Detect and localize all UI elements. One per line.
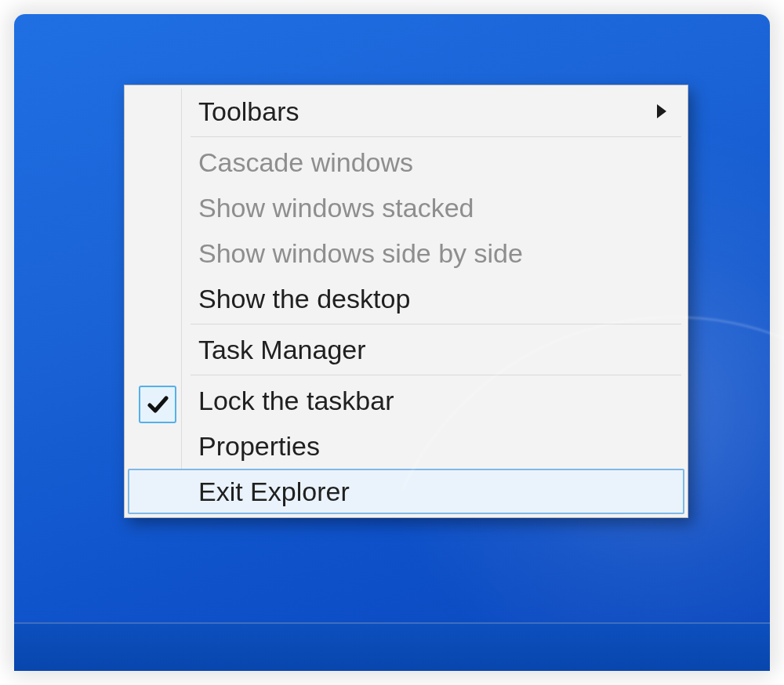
- menu-item-task-manager[interactable]: Task Manager: [128, 327, 684, 372]
- menu-item-show-windows-side-by-side[interactable]: Show windows side by side: [128, 230, 684, 276]
- menu-item-properties[interactable]: Properties: [128, 423, 684, 469]
- menu-item-label: Exit Explorer: [198, 477, 350, 507]
- menu-item-label: Show windows side by side: [198, 238, 523, 269]
- menu-item-toolbars[interactable]: Toolbars: [128, 89, 684, 134]
- desktop-background: Toolbars Cascade windows Show windows st…: [14, 14, 770, 671]
- menu-separator: [191, 375, 681, 375]
- taskbar[interactable]: [14, 622, 770, 671]
- menu-item-label: Toolbars: [198, 96, 299, 127]
- menu-item-label: Task Manager: [198, 335, 366, 365]
- menu-item-label: Cascade windows: [198, 147, 413, 178]
- menu-separator: [191, 324, 681, 324]
- menu-item-label: Show windows stacked: [198, 193, 474, 223]
- menu-item-exit-explorer[interactable]: Exit Explorer: [128, 469, 684, 514]
- menu-item-label: Show the desktop: [198, 284, 410, 314]
- taskbar-context-menu: Toolbars Cascade windows Show windows st…: [124, 85, 688, 518]
- screenshot-stage: Toolbars Cascade windows Show windows st…: [0, 0, 784, 685]
- menu-item-lock-the-taskbar[interactable]: Lock the taskbar: [128, 378, 684, 423]
- submenu-arrow-icon: [655, 102, 669, 121]
- menu-item-label: Lock the taskbar: [198, 386, 394, 416]
- menu-item-cascade-windows[interactable]: Cascade windows: [128, 140, 684, 185]
- menu-item-label: Properties: [198, 431, 320, 462]
- menu-separator: [191, 136, 681, 137]
- menu-item-show-windows-stacked[interactable]: Show windows stacked: [128, 185, 684, 230]
- menu-item-show-the-desktop[interactable]: Show the desktop: [128, 276, 684, 321]
- checkmark-icon: [139, 386, 176, 423]
